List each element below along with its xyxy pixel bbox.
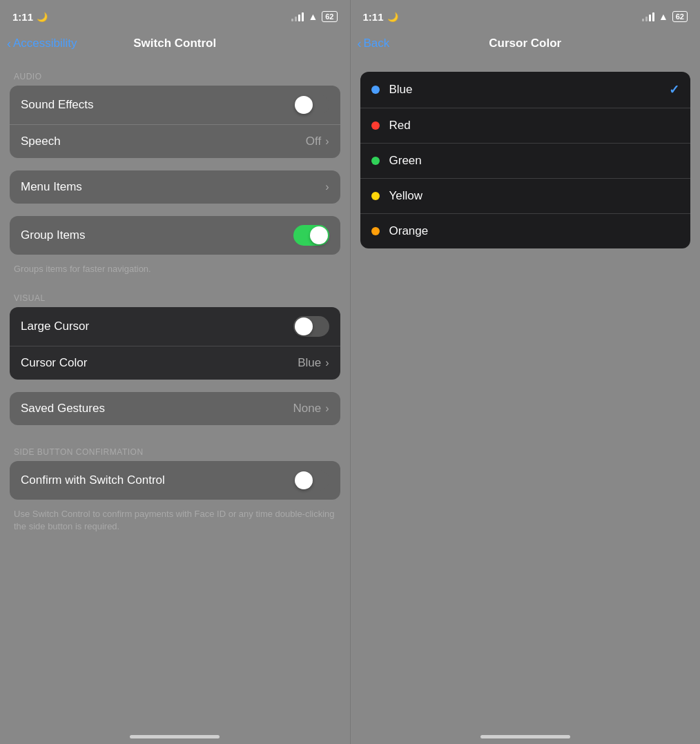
color-name-blue: Blue	[389, 83, 670, 97]
confirm-switch-toggle[interactable]	[293, 470, 329, 491]
time-label-right: 1:11	[363, 11, 384, 23]
signal-icon-right	[642, 12, 654, 21]
home-indicator-left	[130, 735, 220, 738]
time-left: 1:11 🌙	[12, 11, 48, 23]
battery-right: 62	[672, 11, 688, 22]
section-label-side: SIDE BUTTON CONFIRMATION	[0, 436, 350, 461]
cursor-color-label: Cursor Color	[21, 356, 87, 370]
group-items-toggle[interactable]	[293, 225, 329, 246]
color-picker-card: Blue✓RedGreenYellowOrange	[360, 72, 691, 248]
moon-icon-right: 🌙	[387, 12, 398, 22]
saved-gestures-group: Saved Gestures None ›	[10, 392, 340, 425]
battery-label-right: 62	[676, 12, 684, 21]
group-items-hint: Groups items for faster navigation.	[0, 259, 350, 282]
confirm-switch-row[interactable]: Confirm with Switch Control	[10, 461, 340, 500]
saved-gestures-right: None ›	[293, 402, 329, 415]
speech-value: Off ›	[306, 135, 329, 148]
back-label-right[interactable]: Back	[364, 37, 390, 50]
status-bar-left: 1:11 🌙 ▲ 62	[0, 0, 350, 30]
group-items-row[interactable]: Group Items	[10, 216, 340, 255]
page-title-left: Switch Control	[133, 37, 216, 50]
checkmark-blue: ✓	[669, 82, 679, 97]
color-row-blue[interactable]: Blue✓	[360, 72, 691, 108]
sound-effects-row[interactable]: Sound Effects	[10, 86, 340, 125]
menu-items-group: Menu Items ›	[10, 170, 340, 204]
chevron-left-icon-left: ‹	[7, 37, 11, 51]
status-bar-right: 1:11 🌙 ▲ 62	[351, 0, 701, 30]
speech-label: Speech	[21, 135, 61, 148]
toggle-knob-group	[310, 226, 328, 244]
time-label-left: 1:11	[12, 11, 33, 23]
cursor-color-chevron: ›	[325, 357, 329, 369]
color-row-green[interactable]: Green	[360, 144, 691, 179]
saved-gestures-label: Saved Gestures	[21, 402, 105, 415]
status-icons-right: ▲ 62	[642, 11, 688, 22]
group-items-label: Group Items	[21, 228, 86, 242]
toggle-knob-large-cursor	[295, 317, 313, 335]
color-dot-red	[371, 121, 380, 130]
color-row-orange[interactable]: Orange	[360, 214, 691, 248]
speech-row[interactable]: Speech Off ›	[10, 125, 340, 158]
back-label-left[interactable]: Accessibility	[13, 37, 77, 50]
menu-items-chevron: ›	[325, 181, 329, 193]
color-name-red: Red	[389, 119, 680, 133]
wifi-icon-left: ▲	[308, 11, 318, 22]
speech-chevron: ›	[325, 135, 329, 148]
toggle-knob-confirm	[295, 471, 313, 489]
section-label-audio: AUDIO	[0, 61, 350, 86]
battery-left: 62	[322, 11, 337, 22]
visual-group: Large Cursor Cursor Color Blue ›	[10, 307, 340, 380]
saved-gestures-chevron: ›	[325, 402, 329, 415]
status-icons-left: ▲ 62	[291, 11, 337, 22]
sound-effects-label: Sound Effects	[21, 98, 94, 112]
cursor-color-row[interactable]: Cursor Color Blue ›	[10, 346, 340, 380]
confirm-switch-label: Confirm with Switch Control	[21, 473, 165, 487]
side-button-group: Confirm with Switch Control	[10, 461, 340, 500]
group-items-group: Group Items	[10, 216, 340, 255]
color-dot-orange	[371, 227, 380, 235]
time-right: 1:11 🌙	[363, 11, 398, 23]
right-panel: 1:11 🌙 ▲ 62 ‹ Back Cursor Color Blue✓Red…	[351, 0, 701, 744]
color-name-yellow: Yellow	[389, 189, 680, 203]
wifi-icon-right: ▲	[659, 11, 668, 22]
saved-gestures-row[interactable]: Saved Gestures None ›	[10, 392, 340, 425]
nav-bar-left: ‹ Accessibility Switch Control	[0, 30, 350, 61]
nav-bar-right: ‹ Back Cursor Color	[351, 30, 701, 61]
audio-group: Sound Effects Speech Off ›	[10, 86, 340, 158]
signal-icon-left	[291, 12, 304, 21]
color-dot-yellow	[371, 192, 380, 200]
cursor-color-right: Blue ›	[298, 356, 329, 370]
menu-items-row[interactable]: Menu Items ›	[10, 170, 340, 204]
back-button-left[interactable]: ‹ Accessibility	[7, 37, 77, 51]
color-row-red[interactable]: Red	[360, 108, 691, 144]
color-row-yellow[interactable]: Yellow	[360, 179, 691, 214]
left-panel: 1:11 🌙 ▲ 62 ‹ Accessibility Switch Contr…	[0, 0, 351, 744]
section-label-visual: VISUAL	[0, 282, 350, 307]
color-dot-green	[371, 157, 380, 165]
menu-items-right: ›	[325, 181, 329, 193]
menu-items-label: Menu Items	[21, 180, 82, 194]
battery-label-left: 62	[325, 12, 333, 21]
color-dot-blue	[371, 86, 380, 94]
side-button-hint: Use Switch Control to confirm payments w…	[0, 504, 350, 540]
color-name-green: Green	[389, 154, 680, 168]
color-name-orange: Orange	[389, 224, 680, 238]
speech-value-text: Off	[306, 135, 321, 148]
cursor-color-value: Blue	[298, 356, 321, 370]
toggle-knob-sound	[295, 96, 313, 114]
large-cursor-label: Large Cursor	[21, 320, 89, 333]
large-cursor-row[interactable]: Large Cursor	[10, 307, 340, 346]
page-title-right: Cursor Color	[489, 37, 561, 50]
sound-effects-toggle[interactable]	[293, 95, 329, 115]
chevron-left-icon-right: ‹	[358, 37, 362, 51]
large-cursor-toggle[interactable]	[293, 316, 329, 337]
back-button-right[interactable]: ‹ Back	[358, 37, 390, 51]
saved-gestures-value: None	[293, 402, 322, 415]
moon-icon: 🌙	[37, 12, 48, 22]
home-indicator-right	[480, 735, 570, 738]
